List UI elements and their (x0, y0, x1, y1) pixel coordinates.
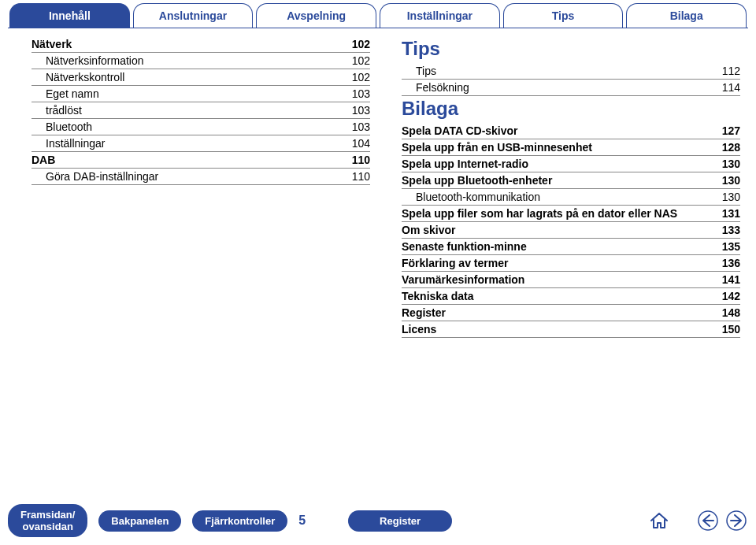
toc-row[interactable]: Spela upp Internet-radio130 (402, 156, 740, 172)
right-toc-column: TipsTips112Felsökning114BilagaSpela DATA… (402, 36, 740, 338)
bottom-pill-label: Fjärrkontroller (205, 515, 275, 527)
tab-anslutningar[interactable]: Anslutningar (133, 3, 254, 28)
tab-label: Tips (552, 9, 575, 22)
toc-row-label: Bluetooth-kommunikation (402, 191, 540, 203)
toc-row[interactable]: Nätverk102 (32, 36, 370, 53)
toc-row-label: Register (402, 306, 446, 319)
toc-row[interactable]: Spela upp Bluetooth-enheter130 (402, 172, 740, 189)
tab-inställningar[interactable]: Inställningar (380, 3, 500, 28)
next-page-icon[interactable] (724, 509, 748, 532)
tab-innehåll[interactable]: Innehåll (9, 3, 130, 28)
toc-row[interactable]: Tips112 (402, 63, 740, 80)
tab-label: Anslutningar (159, 9, 227, 22)
toc-row-label: trådlöst (32, 104, 82, 117)
toc-row-page: 131 (722, 207, 740, 220)
tab-bilaga[interactable]: Bilaga (626, 3, 747, 28)
toc-row[interactable]: Bluetooth103 (32, 119, 370, 135)
toc-row-page: 103 (352, 104, 370, 117)
toc-row-page: 135 (722, 240, 740, 253)
toc-row-page: 130 (722, 191, 740, 203)
toc-row-label: Nätverk (32, 38, 72, 50)
tab-label: Avspelning (287, 9, 346, 22)
register-button[interactable]: Register (348, 510, 452, 532)
toc-row[interactable]: Om skivor133 (402, 222, 740, 239)
section-title: Tips (402, 38, 740, 60)
toc-row-page: 103 (352, 87, 370, 100)
toc-row[interactable]: Senaste funktion-minne135 (402, 239, 740, 255)
bottom-pill-label: Framsidan/ ovansidan (20, 509, 75, 532)
toc-row-page: 130 (722, 158, 740, 170)
toc-row-label: Göra DAB-inställningar (32, 170, 158, 183)
toc-row-label: Licens (402, 323, 436, 336)
toc-row-label: Spela upp Bluetooth-enheter (402, 174, 552, 187)
toc-row[interactable]: Register148 (402, 305, 740, 321)
toc-row[interactable]: Nätverkskontroll102 (32, 69, 370, 86)
page-number: 5 (298, 513, 306, 528)
toc-row-page: 110 (352, 170, 370, 183)
toc-row-label: Senaste funktion-minne (402, 240, 527, 253)
tab-label: Bilaga (670, 9, 703, 22)
toc-row-label: Felsökning (402, 81, 469, 94)
tab-label: Innehåll (49, 9, 91, 22)
toc-row-label: DAB (32, 154, 55, 166)
tab-avspelning[interactable]: Avspelning (256, 3, 376, 28)
toc-row[interactable]: Nätverksinformation102 (32, 53, 370, 69)
toc-row-page: 150 (722, 323, 740, 336)
toc-row-page: 133 (722, 224, 740, 236)
prev-page-icon[interactable] (696, 509, 720, 532)
toc-row[interactable]: Göra DAB-inställningar110 (32, 169, 370, 185)
toc-row-label: Spela DATA CD-skivor (402, 124, 518, 137)
toc-row-label: Om skivor (402, 224, 455, 236)
bottom-pill[interactable]: Bakpanelen (98, 510, 181, 532)
toc-row-page: 110 (352, 154, 370, 166)
toc-row-page: 136 (722, 257, 740, 269)
toc-row[interactable]: Eget namn103 (32, 86, 370, 102)
tab-label: Inställningar (407, 9, 472, 22)
toc-row[interactable]: Förklaring av termer136 (402, 255, 740, 272)
toc-row[interactable]: Spela upp filer som har lagrats på en da… (402, 206, 740, 222)
toc-row-page: 112 (722, 65, 740, 77)
toc-row[interactable]: Licens150 (402, 321, 740, 338)
toc-row-page: 102 (352, 71, 370, 83)
toc-row-label: Tips (402, 65, 436, 77)
toc-row[interactable]: Varumärkesinformation141 (402, 272, 740, 288)
section-title: Bilaga (402, 98, 740, 120)
toc-row[interactable]: Tekniska data142 (402, 288, 740, 305)
toc-row-page: 141 (722, 273, 740, 286)
toc-row-page: 103 (352, 120, 370, 133)
toc-row-page: 102 (352, 54, 370, 67)
toc-row-page: 128 (722, 141, 740, 154)
toc-row-label: Spela upp från en USB-minnesenhet (402, 141, 592, 154)
toc-row-label: Eget namn (32, 87, 99, 100)
toc-row-page: 104 (352, 137, 370, 150)
toc-row[interactable]: Bluetooth-kommunikation130 (402, 189, 740, 206)
toc-row-label: Tekniska data (402, 290, 474, 302)
bottom-bar: Framsidan/ ovansidanBakpanelenFjärrkontr… (0, 504, 756, 537)
toc-row-label: Förklaring av termer (402, 257, 508, 269)
home-icon[interactable] (647, 509, 671, 532)
toc-row-page: 148 (722, 306, 740, 319)
toc-row[interactable]: Spela upp från en USB-minnesenhet128 (402, 139, 740, 156)
toc-row[interactable]: trådlöst103 (32, 102, 370, 119)
toc-row[interactable]: DAB110 (32, 152, 370, 169)
toc-row[interactable]: Inställningar104 (32, 135, 370, 152)
toc-row-label: Varumärkesinformation (402, 273, 524, 286)
toc-row-page: 102 (352, 38, 370, 50)
toc-row-page: 142 (722, 290, 740, 302)
toc-row-label: Spela upp filer som har lagrats på en da… (402, 207, 677, 220)
toc-row-page: 114 (722, 81, 740, 94)
toc-row-label: Bluetooth (32, 120, 92, 133)
toc-row-label: Nätverksinformation (32, 54, 144, 67)
toc-row[interactable]: Felsökning114 (402, 80, 740, 96)
toc-row-page: 127 (722, 124, 740, 137)
tab-tips[interactable]: Tips (503, 3, 624, 28)
toc-row[interactable]: Spela DATA CD-skivor127 (402, 123, 740, 139)
top-tabs: InnehållAnslutningarAvspelningInställnin… (0, 0, 756, 28)
toc-row-label: Inställningar (32, 137, 106, 150)
bottom-pill[interactable]: Framsidan/ ovansidan (8, 504, 87, 537)
register-button-label: Register (380, 515, 421, 527)
toc-row-page: 130 (722, 174, 740, 187)
toc-row-label: Spela upp Internet-radio (402, 158, 528, 170)
bottom-pill[interactable]: Fjärrkontroller (192, 510, 287, 532)
bottom-pill-label: Bakpanelen (111, 515, 169, 527)
